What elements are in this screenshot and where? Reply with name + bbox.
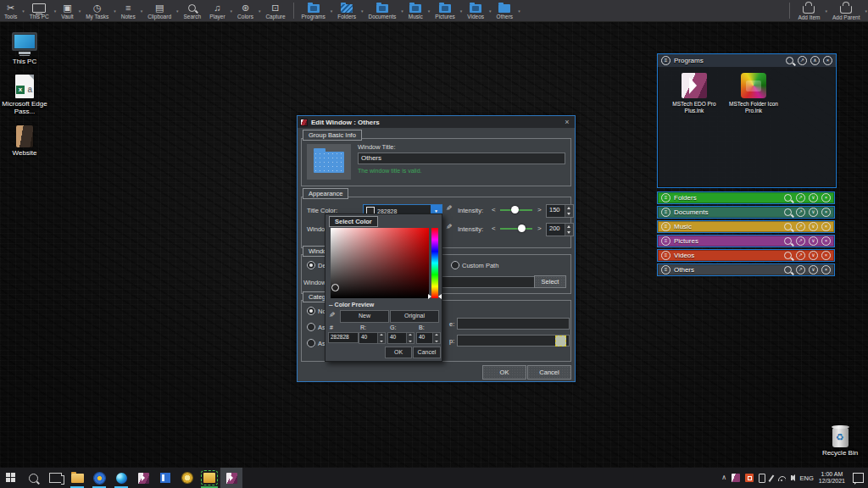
- toolbar-group-pictures[interactable]: Pictures: [431, 0, 459, 21]
- toolbar-item-clipboard[interactable]: ▤ Clipboard: [143, 0, 175, 21]
- slider-right-icon[interactable]: >: [537, 206, 542, 214]
- panel-bar-others[interactable]: ≡ Others ↗ ∨ ×: [657, 263, 835, 276]
- menu-icon[interactable]: ≡: [661, 236, 670, 246]
- search-icon[interactable]: [784, 237, 793, 246]
- r-spinbox[interactable]: 40: [359, 332, 386, 344]
- slider-right-icon[interactable]: >: [537, 225, 542, 233]
- spin-up-icon[interactable]: [565, 205, 573, 211]
- taskbar-mstech-active[interactable]: [220, 468, 242, 488]
- dialog-cancel-button[interactable]: Cancel: [527, 365, 571, 380]
- close-icon[interactable]: ×: [821, 222, 831, 231]
- spin-value[interactable]: 40: [417, 333, 432, 343]
- spin-value[interactable]: 200: [547, 224, 565, 236]
- expand-icon[interactable]: ∨: [809, 265, 818, 274]
- toolbar-item-colors[interactable]: ⊛ Colors: [233, 0, 258, 21]
- start-button[interactable]: [0, 468, 22, 488]
- spin-down-icon[interactable]: [565, 211, 573, 217]
- launch-icon[interactable]: ↗: [796, 208, 805, 217]
- toolbar-item-notes[interactable]: ≡ Notes: [117, 0, 140, 21]
- toolbar-item-player[interactable]: ♫ Player: [205, 0, 229, 21]
- taskbar-folder-icon-pro[interactable]: [198, 468, 220, 488]
- spin-value[interactable]: 150: [547, 205, 565, 217]
- launch-icon[interactable]: ↗: [796, 236, 805, 246]
- search-icon[interactable]: [784, 252, 793, 260]
- close-icon[interactable]: ×: [821, 236, 831, 246]
- spin-down-icon[interactable]: [565, 230, 573, 236]
- launch-icon[interactable]: ↗: [798, 56, 807, 65]
- close-icon[interactable]: ×: [821, 208, 831, 217]
- spin-down-icon[interactable]: [378, 338, 385, 343]
- intensity-spinbox-1[interactable]: 150: [546, 204, 574, 218]
- picker-cancel-button[interactable]: Cancel: [413, 347, 441, 358]
- panel-bar-documents[interactable]: ≡ Documents ↗ ∨ ×: [657, 206, 835, 219]
- intensity-slider-2[interactable]: [500, 224, 532, 234]
- toolbar-group-programs[interactable]: Programs: [298, 0, 330, 21]
- expand-icon[interactable]: ∨: [809, 208, 818, 217]
- toolbar-group-videos[interactable]: Videos: [463, 0, 488, 21]
- eyedropper-icon[interactable]: ✎: [329, 311, 336, 319]
- expand-icon[interactable]: ∨: [809, 236, 818, 246]
- radio-custom-path[interactable]: [451, 261, 459, 269]
- spin-value[interactable]: 40: [388, 333, 406, 343]
- hue-bar[interactable]: [431, 228, 438, 298]
- spin-up-icon[interactable]: [565, 224, 573, 230]
- slider-left-icon[interactable]: <: [492, 225, 496, 233]
- toolbar-item-capture[interactable]: ⊡ Capture: [261, 0, 289, 21]
- color-cursor[interactable]: [331, 284, 339, 291]
- taskbar-round-app[interactable]: [176, 468, 198, 488]
- saturation-value-gradient[interactable]: [331, 228, 429, 298]
- radio-assign-2[interactable]: [307, 339, 315, 347]
- menu-icon[interactable]: ≡: [661, 208, 670, 217]
- dialog-titlebar[interactable]: Edit Window : Others ×: [298, 116, 575, 128]
- color-pick-button[interactable]: [555, 336, 566, 347]
- toolbar-item-this-pc[interactable]: This PC: [25, 0, 53, 21]
- search-icon[interactable]: [786, 57, 794, 65]
- picker-ok-button[interactable]: OK: [385, 347, 412, 358]
- eyedropper-icon[interactable]: ✎: [446, 204, 453, 213]
- taskbar-edge[interactable]: [110, 468, 132, 488]
- launch-icon[interactable]: ↗: [796, 251, 805, 260]
- tray-expand-icon[interactable]: ∧: [721, 474, 726, 482]
- panel-bar-music[interactable]: ≡ Music ↗ ∨ ×: [657, 220, 835, 233]
- device-tray-icon[interactable]: [759, 474, 765, 483]
- toolbar-item-search[interactable]: Search: [180, 0, 206, 21]
- taskbar-blue-app[interactable]: [154, 468, 176, 488]
- menu-icon[interactable]: ≡: [661, 56, 670, 65]
- tab-appearance[interactable]: Appearance: [303, 188, 348, 199]
- new-color-button[interactable]: New: [340, 310, 389, 323]
- taskbar-search-button[interactable]: [22, 468, 44, 488]
- panel-bar-folders[interactable]: ≡ Folders ↗ ∨ ×: [657, 191, 835, 204]
- action-center-icon[interactable]: [853, 473, 864, 483]
- toolbar-item-add-parent[interactable]: Add Parent: [828, 0, 865, 21]
- toolbar-group-folders[interactable]: Folders: [333, 0, 360, 21]
- taskbar-mstech-app[interactable]: [132, 468, 154, 488]
- hex-input[interactable]: 282828: [328, 332, 359, 343]
- volume-icon[interactable]: [791, 474, 795, 481]
- menu-icon[interactable]: ≡: [661, 222, 670, 231]
- clock[interactable]: 1:00 AM 12/3/2021: [819, 471, 845, 485]
- search-icon[interactable]: [784, 223, 793, 231]
- desktop-icon-this-pc[interactable]: This PC: [0, 32, 49, 65]
- orange-tray-icon[interactable]: [745, 474, 754, 482]
- pen-tray-icon[interactable]: [769, 474, 774, 481]
- tab-select-color[interactable]: Select Color: [329, 216, 378, 227]
- spin-value[interactable]: 40: [359, 333, 377, 343]
- toolbar-group-music[interactable]: Music: [404, 0, 427, 21]
- tab-group-basic-info[interactable]: Group Basic Info: [303, 130, 362, 141]
- toolbar-item-vault[interactable]: ▣ Vault: [57, 0, 77, 21]
- search-icon[interactable]: [784, 208, 793, 217]
- eyedropper-icon[interactable]: ✎: [446, 223, 453, 231]
- toolbar-group-others[interactable]: Others: [492, 0, 518, 21]
- language-indicator[interactable]: ENG: [800, 474, 814, 482]
- original-color-button[interactable]: Original: [390, 310, 439, 323]
- close-icon[interactable]: ×: [823, 56, 832, 65]
- spin-down-icon[interactable]: [407, 338, 414, 343]
- desktop-icon-website[interactable]: Website: [0, 125, 49, 157]
- launch-icon[interactable]: ↗: [796, 222, 805, 231]
- taskbar-file-explorer[interactable]: [66, 468, 88, 488]
- shortcut-edo-pro[interactable]: MSTech EDO Pro Plus.lnk: [666, 73, 722, 114]
- search-icon[interactable]: [784, 194, 793, 202]
- radio-no-category[interactable]: [307, 307, 315, 315]
- toolbar-group-documents[interactable]: Documents: [364, 0, 400, 21]
- dropdown-arrow-icon[interactable]: ▾: [864, 8, 868, 14]
